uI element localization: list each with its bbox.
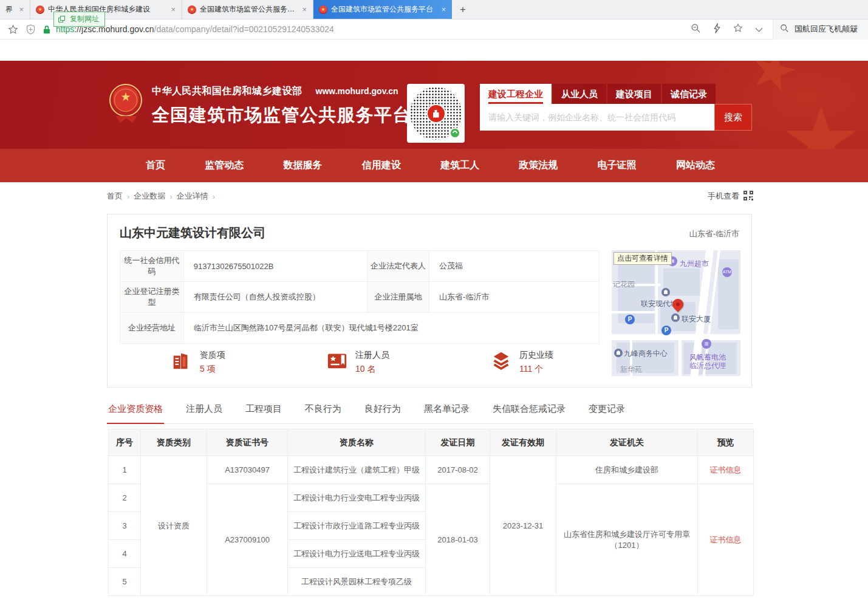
mobile-view-label[interactable]: 手机查看 — [708, 191, 739, 202]
map-block — [618, 262, 654, 323]
cell-index: 2 — [109, 484, 141, 512]
tab-close-icon[interactable]: × — [301, 5, 307, 14]
credit-code-value: 91371302675501022B — [183, 251, 367, 282]
tab-qualifications[interactable]: 企业资质资格 — [107, 403, 164, 424]
qualification-table: 序号 资质类别 资质证书号 资质名称 发证日期 发证有效期 发证机关 预览 1 … — [108, 429, 754, 596]
address-label: 企业经营地址 — [120, 313, 184, 344]
tab-blacklist[interactable]: 黑名单记录 — [423, 403, 471, 423]
parking-icon: P — [625, 315, 635, 324]
hot-search-box[interactable]: 国航回应飞机颠簸 — [773, 19, 868, 39]
search-tab-personnel[interactable]: 从业人员 — [553, 84, 606, 104]
breadcrumb-company-detail[interactable]: 企业详情 — [177, 191, 208, 202]
table-row: 统一社会信用代码 91371302675501022B 企业法定代表人 公茂福 — [120, 251, 600, 282]
building-marker-icon — [614, 349, 623, 357]
tab-good-behavior[interactable]: 良好行为 — [363, 403, 402, 423]
copy-url-tooltip[interactable]: 复制网址 — [53, 12, 105, 27]
nav-certificates[interactable]: 电子证照 — [598, 159, 637, 172]
stat-label: 历史业绩 — [519, 350, 553, 361]
tab-close-icon[interactable]: × — [440, 5, 446, 14]
map-tooltip: 点击可查看详情 — [613, 252, 672, 265]
tab-change-records[interactable]: 变更记录 — [587, 403, 626, 423]
battery-pin-icon: ▥ — [702, 339, 711, 349]
company-stats: 资质项5 项 注册人员10 名 历史业绩111 个 — [120, 349, 553, 375]
keyword-search-input[interactable] — [480, 104, 714, 131]
favorite-star-icon[interactable] — [733, 23, 743, 35]
atm-icon: ATM — [722, 267, 732, 277]
cell-name: 工程设计电力行业变电工程专业丙级 — [288, 484, 426, 512]
cell-preview: 证书信息 — [698, 484, 754, 596]
nav-site-news[interactable]: 网站动态 — [676, 159, 715, 172]
col-cert-no: 资质证书号 — [207, 429, 288, 456]
search-tab-enterprise[interactable]: 建设工程企业 — [480, 84, 552, 104]
shield-icon[interactable] — [26, 24, 35, 35]
reg-type-label: 企业登记注册类型 — [120, 282, 184, 313]
copy-url-label: 复制网址 — [70, 14, 99, 24]
search-tab-credit[interactable]: 诚信记录 — [662, 84, 716, 104]
cell-index: 5 — [109, 568, 141, 596]
tab-dishonesty[interactable]: 失信联合惩戒记录 — [491, 403, 567, 423]
col-authority: 发证机关 — [556, 429, 698, 456]
search-button[interactable]: 搜索 — [714, 104, 752, 131]
site-favicon — [36, 5, 44, 14]
browser-tab-jzsc[interactable]: 全国建筑市场监管公共服务平台 × — [182, 0, 313, 19]
tab-bad-behavior[interactable]: 不良行为 — [304, 403, 343, 423]
company-info-table: 统一社会信用代码 91371302675501022B 企业法定代表人 公茂福 … — [120, 250, 600, 344]
company-region: 山东省-临沂市 — [689, 228, 739, 239]
cell-issue-date: 2018-01-03 — [426, 484, 490, 596]
nav-workers[interactable]: 建筑工人 — [440, 159, 479, 172]
site-header: 中华人民共和国住房和城乡建设部 www.mohurd.gov.cn 全国建筑市场… — [0, 61, 868, 149]
page-top-gap — [0, 39, 868, 61]
map-label-lianan-tower: 联安大厦 — [682, 314, 711, 324]
stat-qualifications[interactable]: 资质项5 项 — [170, 349, 225, 375]
tab-projects[interactable]: 工程项目 — [244, 403, 283, 423]
map-label-jiufeng: 九峰商务中心 — [624, 349, 668, 359]
col-issue-date: 发证日期 — [426, 429, 490, 456]
tab-close-icon[interactable]: × — [18, 5, 24, 14]
tab-title: 全国建筑市场监管公共服务平台 — [331, 4, 437, 15]
new-tab-button[interactable]: + — [452, 0, 474, 19]
header-qr-code — [407, 84, 465, 143]
search-tab-project[interactable]: 建设项目 — [607, 84, 661, 104]
parking-icon: P — [661, 326, 671, 335]
stat-registered-personnel[interactable]: 注册人员10 名 — [326, 349, 389, 375]
reg-area-value: 山东省-临沂市 — [429, 282, 600, 313]
nav-supervision[interactable]: 监管动态 — [205, 159, 244, 172]
nav-home[interactable]: 首页 — [146, 159, 165, 172]
cell-index: 3 — [109, 512, 141, 540]
table-row: 企业登记注册类型 有限责任公司（自然人投资或控股） 企业注册属地 山东省-临沂市 — [120, 282, 600, 313]
certificate-info-link[interactable]: 证书信息 — [710, 465, 742, 474]
site-logo[interactable]: 中华人民共和国住房和城乡建设部 www.mohurd.gov.cn 全国建筑市场… — [109, 84, 411, 128]
address-value: 临沂市兰山区陶然路107号星河晶都（联安）现代城1号楼2201室 — [183, 313, 599, 344]
tab-title: 全国建筑市场监管公共服务平台 — [200, 4, 298, 15]
bookmark-star-icon[interactable] — [8, 24, 18, 35]
cell-issue-date: 2017-08-02 — [426, 456, 490, 484]
location-map[interactable]: 点击可查看详情 ▤ 九州超市 ATM 记花园 联安现代城 联安大厦 P P 九峰… — [612, 250, 740, 376]
breadcrumb-home[interactable]: 首页 — [107, 191, 123, 202]
qr-code-icon[interactable] — [743, 191, 753, 202]
stat-label: 注册人员 — [355, 350, 389, 361]
cell-valid-until: 2023-12-31 — [490, 456, 556, 596]
lock-icon — [43, 25, 50, 34]
chevron-down-icon[interactable] — [755, 24, 763, 35]
tab-close-icon[interactable]: × — [170, 5, 176, 14]
breadcrumb-company-data[interactable]: 企业数据 — [134, 191, 165, 202]
browser-tab-active[interactable]: 全国建筑市场监管公共服务平台 × — [313, 0, 452, 19]
breadcrumb-separator: › — [213, 192, 215, 201]
table-row: 企业经营地址 临沂市兰山区陶然路107号星河晶都（联安）现代城1号楼2201室 — [120, 313, 600, 344]
stat-historical-performance[interactable]: 历史业绩111 个 — [490, 349, 553, 375]
detail-tabs: 企业资质资格 注册人员 工程项目 不良行为 良好行为 黑名单记录 失信联合惩戒记… — [107, 403, 753, 424]
nav-policy[interactable]: 政策法规 — [519, 159, 558, 172]
nav-data-service[interactable]: 数据服务 — [284, 159, 323, 172]
browser-tab-partial[interactable]: 界 × — [0, 0, 30, 19]
cell-cert-no: A237009100 — [207, 484, 288, 596]
lightning-icon[interactable] — [713, 23, 721, 36]
breadcrumb-separator: › — [169, 192, 172, 201]
nav-credit[interactable]: 信用建设 — [362, 159, 401, 172]
cell-category: 设计资质 — [141, 456, 207, 596]
certificate-info-link[interactable]: 证书信息 — [710, 535, 742, 544]
cell-name: 工程设计风景园林工程专项乙级 — [288, 568, 426, 596]
addressbar-actions — [691, 23, 773, 36]
tab-registered-personnel[interactable]: 注册人员 — [185, 403, 224, 423]
zoom-out-icon[interactable] — [691, 23, 701, 36]
cell-authority: 住房和城乡建设部 — [556, 456, 698, 484]
